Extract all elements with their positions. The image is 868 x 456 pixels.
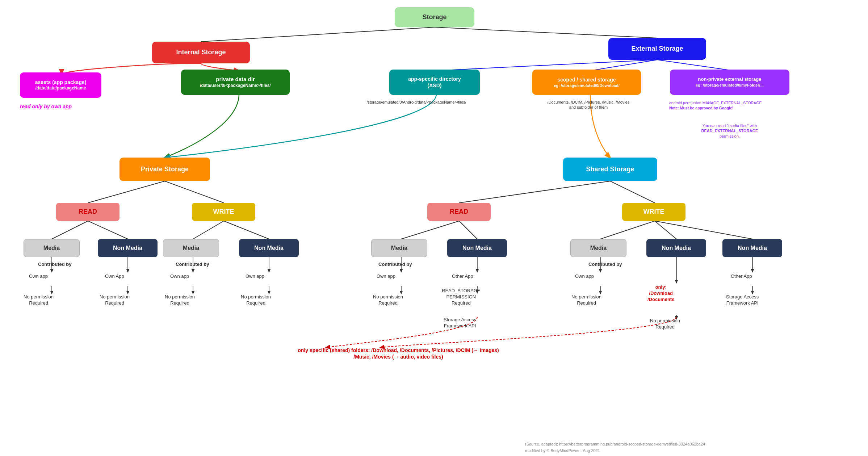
- contrib-shared-write-label: Contributed by: [588, 262, 622, 268]
- internal-storage-label: Internal Storage: [176, 48, 226, 57]
- private-data-dir-path: /data/user/0/<packageName>/files/: [200, 83, 271, 89]
- svg-line-6: [165, 181, 224, 203]
- media-read-shared-label: Media: [391, 244, 407, 252]
- other-app-rs: Other App: [452, 273, 473, 280]
- svg-line-14: [459, 221, 477, 239]
- assets-label: assets (app package): [35, 79, 87, 85]
- private-storage-label: Private Storage: [141, 165, 189, 173]
- svg-line-15: [600, 221, 655, 239]
- external-storage-label: External Storage: [631, 45, 683, 53]
- own-app-ws: Own app: [575, 273, 594, 280]
- no-perm-wp-m: No permissionRequired: [165, 294, 195, 306]
- media-write-private-label: Media: [183, 244, 199, 252]
- source-text: (Source, adapted): https://betterprogram…: [525, 442, 705, 446]
- nonmedia-read-private-label: Non Media: [113, 244, 142, 252]
- svg-line-13: [401, 221, 459, 239]
- scoped-docs-label: /Documents, /DCIM, /Pictures, /Music, /M…: [529, 100, 648, 110]
- read-storage-perm: READ_STORAGEPERMISSIONRequired: [442, 288, 481, 306]
- non-private-ext-label: non-private external storage: [698, 76, 762, 83]
- saf-ws: Storage AccessFramework API: [726, 294, 759, 306]
- nonmedia-write-shared-label2: Non Media: [738, 244, 767, 252]
- svg-line-1: [435, 27, 657, 38]
- assets-readonly-label: read only by own app: [20, 103, 72, 110]
- own-app-rp-m: Own app: [29, 273, 48, 280]
- svg-line-12: [224, 221, 269, 239]
- private-storage-node: Private Storage: [119, 158, 210, 181]
- nonmedia-read-shared-label: Non Media: [462, 244, 492, 252]
- connector-lines: [0, 0, 868, 456]
- modified-text: modified by © BodyMindPower - Aug 2021: [525, 448, 600, 453]
- assets-node: assets (app package) /data/data/packageN…: [20, 72, 101, 98]
- svg-line-7: [459, 181, 610, 203]
- nonmedia-read-private-node: Non Media: [98, 239, 158, 257]
- svg-line-9: [52, 221, 88, 239]
- media-read-private-node: Media: [24, 239, 80, 257]
- media-read-private-label: Media: [43, 244, 60, 252]
- svg-line-17: [655, 221, 752, 239]
- no-perm-rs-m: No permissionRequired: [373, 294, 403, 306]
- nonmedia-read-shared-node: Non Media: [447, 239, 507, 257]
- bottom-note: only specific (shared) folders: /Downloa…: [253, 347, 543, 360]
- private-data-dir-node: private data dir /data/user/0/<packageNa…: [181, 70, 290, 95]
- svg-line-4: [657, 60, 733, 71]
- svg-line-0: [201, 27, 435, 42]
- shared-storage-node: Shared Storage: [563, 158, 657, 181]
- no-perm-rp-nm: No permissionRequired: [100, 294, 130, 306]
- read-private-label: READ: [79, 208, 97, 216]
- shared-storage-label: Shared Storage: [586, 165, 634, 173]
- nonmedia-write-private-node: Non Media: [239, 239, 299, 257]
- nonmedia-write-shared-label1: Non Media: [662, 244, 691, 252]
- storage-label: Storage: [422, 13, 446, 21]
- contrib-shared-read-label: Contributed by: [378, 262, 412, 268]
- assets-path: /data/data/packageName: [35, 85, 86, 91]
- contrib-priv-write-label: Contributed by: [176, 262, 209, 268]
- nonmedia-write-shared-node2: Non Media: [722, 239, 782, 257]
- scoped-shared-node: scoped / shared storage eg: /storage/emu…: [532, 70, 641, 95]
- contrib-priv-read-label: Contributed by: [38, 262, 71, 268]
- own-app-wp-nm: Own app: [246, 273, 264, 280]
- no-perm-ws-m: No permissionRequired: [571, 294, 601, 306]
- scoped-shared-path: eg: /storage/emulated/0/Download/: [554, 83, 620, 88]
- read-shared-label: READ: [450, 208, 468, 216]
- read-private-node: READ: [56, 203, 119, 221]
- nonmedia-write-shared-node1: Non Media: [646, 239, 706, 257]
- own-app-wp-m: Own app: [170, 273, 189, 280]
- own-app-rs: Own app: [377, 273, 395, 280]
- internal-storage-node: Internal Storage: [152, 42, 250, 63]
- svg-line-16: [655, 221, 676, 239]
- app-specific-label: app-specific directory(ASD): [408, 76, 461, 89]
- write-shared-label: WRITE: [643, 208, 664, 216]
- no-perm-wp-nm: No permissionRequired: [241, 294, 271, 306]
- read-external-note: You can read "media files" withREAD_EXTE…: [672, 123, 788, 139]
- media-write-private-node: Media: [163, 239, 219, 257]
- media-read-shared-node: Media: [371, 239, 427, 257]
- nonmedia-write-private-label: Non Media: [254, 244, 284, 252]
- svg-line-8: [610, 181, 655, 203]
- own-app-rp-nm: Own App: [105, 273, 124, 280]
- diagram: Storage Internal Storage External Storag…: [0, 0, 868, 456]
- other-app-ws: Other App: [731, 273, 752, 280]
- svg-line-2: [436, 60, 657, 71]
- svg-line-5: [88, 181, 165, 203]
- no-perm-rp-m: No permissionRequired: [24, 294, 54, 306]
- private-data-dir-label: private data dir: [216, 76, 255, 83]
- media-write-shared-label: Media: [590, 244, 607, 252]
- svg-line-3: [590, 60, 657, 71]
- svg-line-10: [88, 221, 128, 239]
- write-private-label: WRITE: [213, 208, 234, 216]
- storage-node: Storage: [395, 7, 474, 27]
- media-write-shared-node: Media: [570, 239, 626, 257]
- app-specific-node: app-specific directory(ASD): [389, 70, 480, 95]
- write-private-node: WRITE: [192, 203, 255, 221]
- external-storage-node: External Storage: [608, 38, 706, 60]
- no-perm-ws-nm: No permissionRequired: [650, 318, 680, 330]
- non-private-ext-node: non-private external storage eg: /storag…: [670, 70, 789, 95]
- non-private-ext-path: eg: /storage/emulated/0/myFolder/...: [696, 83, 764, 88]
- only-download-label: only:/Download/Documents: [647, 284, 674, 303]
- read-shared-node: READ: [427, 203, 491, 221]
- saf-rs: Storage AccessFramework API: [444, 317, 476, 329]
- non-private-manage-label: android.permission.MANAGE_EXTERNAL_STORA…: [669, 101, 789, 110]
- svg-line-11: [193, 221, 224, 239]
- write-shared-node: WRITE: [622, 203, 685, 221]
- asd-path-label: /storage/emulated/0/Android/data/<packag…: [358, 100, 474, 105]
